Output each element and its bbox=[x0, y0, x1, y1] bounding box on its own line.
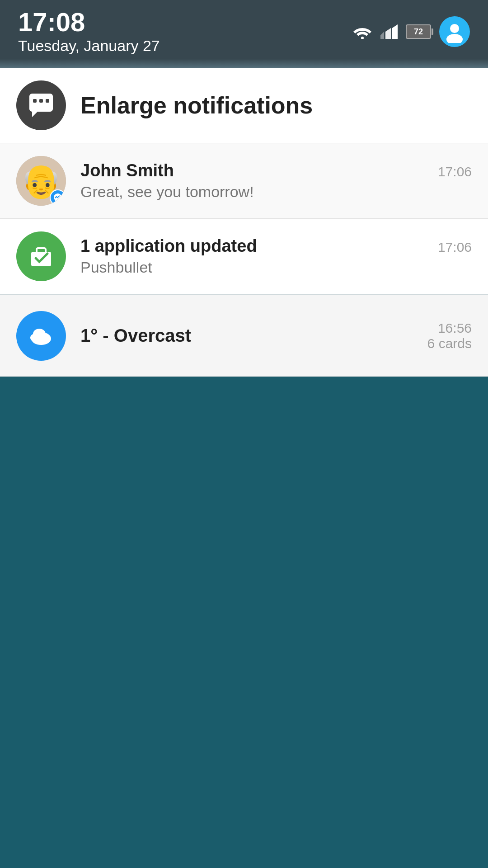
svg-rect-12 bbox=[37, 248, 46, 254]
shade-divider bbox=[0, 59, 488, 68]
now-card-content: 1° - Overcast bbox=[80, 326, 427, 346]
message-bubble-icon bbox=[28, 92, 55, 119]
svg-rect-9 bbox=[46, 99, 49, 103]
messenger-icon bbox=[53, 193, 63, 203]
svg-point-0 bbox=[361, 37, 364, 39]
svg-marker-3 bbox=[380, 32, 384, 39]
person-icon bbox=[443, 20, 466, 43]
messenger-badge bbox=[50, 189, 66, 206]
svg-point-4 bbox=[450, 24, 459, 33]
notification-pushbullet-header: 1 application updated 17:06 bbox=[80, 236, 472, 256]
notification-enlarge[interactable]: Enlarge notifications bbox=[0, 68, 488, 143]
user-avatar[interactable] bbox=[439, 16, 470, 47]
status-time-block: 17:08 Tuesday, January 27 bbox=[18, 9, 160, 55]
wifi-icon bbox=[352, 24, 372, 39]
notification-pushbullet-content: 1 application updated 17:06 Pushbullet bbox=[80, 236, 472, 276]
notification-icon-pushbullet bbox=[16, 231, 66, 281]
notification-pushbullet-title: 1 application updated bbox=[80, 236, 257, 256]
date-display: Tuesday, January 27 bbox=[18, 37, 160, 55]
svg-point-15 bbox=[33, 329, 46, 340]
clock-display: 17:08 bbox=[18, 9, 160, 35]
now-card-count: 6 cards bbox=[427, 336, 472, 351]
notification-enlarge-title: Enlarge notifications bbox=[80, 92, 313, 118]
notification-pushbullet-time: 17:06 bbox=[438, 240, 472, 255]
notification-enlarge-content: Enlarge notifications bbox=[80, 92, 472, 119]
now-card-time-info: 16:56 6 cards bbox=[427, 321, 472, 351]
cloud-icon bbox=[27, 321, 56, 350]
notifications-panel: Enlarge notifications John Smith 17:06 G… bbox=[0, 68, 488, 294]
svg-rect-7 bbox=[33, 99, 37, 103]
svg-marker-10 bbox=[32, 112, 38, 117]
google-now-card[interactable]: 1° - Overcast 16:56 6 cards bbox=[0, 295, 488, 377]
notification-pushbullet-subtitle: Pushbullet bbox=[80, 259, 472, 276]
notification-icon-message bbox=[16, 80, 66, 130]
svg-point-5 bbox=[446, 34, 463, 43]
contact-name: John Smith bbox=[80, 161, 174, 180]
now-card-title: 1° - Overcast bbox=[80, 326, 191, 345]
status-icons-group: 72 bbox=[352, 16, 470, 47]
briefcase-icon bbox=[28, 243, 55, 270]
status-bar: 17:08 Tuesday, January 27 72 bbox=[0, 0, 488, 59]
notification-time-messenger: 17:06 bbox=[438, 164, 472, 179]
notification-icon-weather bbox=[16, 311, 66, 361]
notification-pushbullet[interactable]: 1 application updated 17:06 Pushbullet bbox=[0, 219, 488, 294]
notification-messenger-content: John Smith 17:06 Great, see you tomorrow… bbox=[80, 161, 472, 201]
svg-marker-1 bbox=[392, 24, 398, 39]
svg-marker-2 bbox=[385, 28, 391, 39]
now-card-time: 16:56 bbox=[438, 321, 472, 336]
notification-message: Great, see you tomorrow! bbox=[80, 183, 472, 201]
svg-rect-8 bbox=[39, 99, 43, 103]
notification-messenger[interactable]: John Smith 17:06 Great, see you tomorrow… bbox=[0, 143, 488, 219]
notification-header: John Smith 17:06 bbox=[80, 161, 472, 180]
battery-indicator: 72 bbox=[406, 24, 431, 39]
signal-icon bbox=[380, 24, 398, 39]
contact-photo bbox=[16, 156, 66, 206]
